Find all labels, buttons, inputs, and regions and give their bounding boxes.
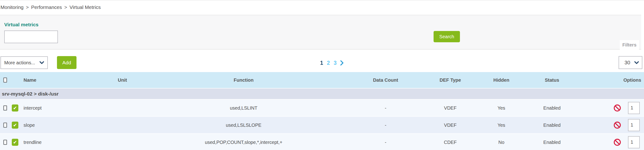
row-selected-checkbox[interactable]: ✔ (12, 104, 18, 111)
table-rows: ✔ intercept used,LSLINT - VDEF Yes Enabl… (0, 99, 644, 150)
page-title: Virtual metrics (4, 22, 38, 27)
row-data-count: - (385, 140, 386, 145)
row-function: used,LSLINT (230, 105, 258, 111)
header-options: Options (623, 77, 641, 83)
row-selected-checkbox[interactable]: ✔ (12, 139, 18, 146)
virtual-metrics-table: Name Unit Function Data Count DEF Type H… (0, 72, 644, 150)
breadcrumb-item-performances[interactable]: Performances (31, 4, 62, 10)
header-name: Name (24, 77, 36, 83)
pagination: 123 (320, 59, 344, 67)
checked-icon: ✔ (13, 140, 17, 145)
breadcrumb-item-monitoring[interactable]: Monitoring (0, 4, 24, 10)
row-hidden: Yes (498, 105, 505, 111)
header-hidden: Hidden (493, 77, 509, 83)
row-status: Enabled (543, 105, 560, 111)
row-hidden: No (498, 140, 504, 145)
filters-tab[interactable]: Filters (620, 40, 639, 50)
chevron-right-icon (340, 60, 344, 66)
next-page-button[interactable] (340, 60, 344, 66)
row-data-count: - (385, 105, 386, 111)
table-row: ✔ trendline used,POP,COUNT,slope,*,inter… (0, 133, 644, 150)
header-data-count: Data Count (373, 77, 398, 83)
table-row: ✔ slope used,LSLSLOPE - VDEF Yes Enabled (0, 116, 644, 133)
row-def-type: CDEF (444, 140, 457, 145)
checked-icon: ✔ (13, 105, 17, 111)
page-link-3[interactable]: 3 (334, 60, 337, 66)
more-actions-select[interactable]: More actions... (0, 56, 48, 69)
filter-panel: Virtual metrics Search Filters (0, 15, 641, 50)
page-link-2[interactable]: 2 (327, 60, 330, 66)
page-size-value: 30 (624, 60, 630, 66)
virtual-metrics-page: Monitoring > Performances > Virtual Metr… (0, 0, 644, 150)
table-header-row: Name Unit Function Data Count DEF Type H… (0, 72, 644, 88)
ban-icon[interactable] (614, 121, 621, 129)
chevron-down-icon (40, 61, 44, 64)
add-button[interactable]: Add (57, 56, 76, 69)
pagination-pages: 123 (320, 60, 336, 66)
ban-icon[interactable] (614, 138, 621, 146)
row-function: used,POP,COUNT,slope,*,intercept,+ (205, 140, 282, 145)
table-row: ✔ intercept used,LSLINT - VDEF Yes Enabl… (0, 99, 644, 116)
row-def-type: VDEF (444, 105, 456, 111)
row-checkbox[interactable] (3, 123, 7, 128)
row-order-input[interactable] (628, 136, 640, 148)
checked-icon: ✔ (13, 122, 17, 128)
search-button[interactable]: Search (434, 31, 460, 42)
row-status: Enabled (543, 122, 560, 128)
row-checkbox[interactable] (3, 140, 7, 145)
group-row: srv-mysql-02 > disk-/usr (0, 88, 644, 99)
more-actions-label: More actions... (4, 60, 35, 66)
row-hidden: Yes (498, 122, 505, 128)
select-all-checkbox[interactable] (3, 77, 7, 83)
page-size-select[interactable]: 30 (618, 56, 642, 69)
row-selected-checkbox[interactable]: ✔ (12, 122, 18, 129)
row-order-input[interactable] (628, 102, 640, 114)
page-link-1[interactable]: 1 (320, 60, 323, 66)
header-def-type: DEF Type (440, 77, 461, 83)
header-unit: Unit (118, 77, 127, 83)
header-status: Status (545, 77, 559, 83)
breadcrumb: Monitoring > Performances > Virtual Metr… (0, 4, 101, 10)
breadcrumb-separator: > (26, 4, 29, 10)
chevron-down-icon (634, 61, 639, 64)
row-data-count: - (385, 122, 386, 128)
row-name[interactable]: intercept (24, 105, 42, 111)
row-status: Enabled (543, 140, 560, 145)
row-checkbox[interactable] (3, 105, 7, 111)
row-name[interactable]: trendline (24, 140, 42, 145)
breadcrumb-item-virtual-metrics: Virtual Metrics (70, 4, 101, 10)
row-order-input[interactable] (628, 119, 640, 131)
row-def-type: VDEF (444, 122, 456, 128)
ban-icon[interactable] (614, 104, 621, 112)
breadcrumb-separator: > (64, 4, 67, 10)
row-function: used,LSLSLOPE (226, 122, 261, 128)
search-input[interactable] (4, 30, 58, 43)
row-name[interactable]: slope (24, 122, 35, 128)
header-function: Function (234, 77, 254, 83)
